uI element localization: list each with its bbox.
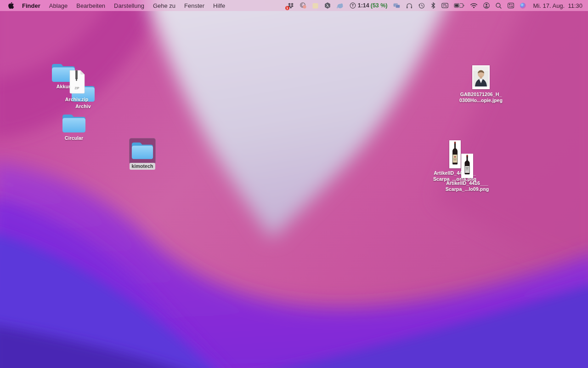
menu-fenster[interactable]: Fenster [184, 2, 204, 9]
menu-bar: Finder Ablage Bearbeiten Darstellung Geh… [0, 0, 588, 11]
bluetooth-icon[interactable] [430, 0, 436, 11]
menu-ablage[interactable]: Ablage [49, 2, 68, 9]
menu-gehe-zu[interactable]: Gehe zu [153, 2, 175, 9]
menu-bearbeiten[interactable]: Bearbeiten [76, 2, 105, 9]
screen-record-icon[interactable] [300, 0, 307, 11]
bottle-thumbnail [461, 154, 473, 178]
timer-icon [349, 2, 356, 9]
menu-finder[interactable]: Finder [22, 2, 40, 9]
file-label-line1: GAB20171206_H_ [459, 92, 503, 98]
account-icon[interactable] [483, 0, 490, 11]
control-center-icon[interactable] [507, 0, 514, 11]
desktop: Finder Ablage Bearbeiten Darstellung Geh… [0, 0, 588, 368]
desktop-icon-circular-folder[interactable]: Circular [58, 113, 90, 141]
menu-hilfe[interactable]: Hilfe [213, 2, 225, 9]
file-label: GAB20171206_H_ 0300Ho...opie.jpeg [459, 92, 503, 103]
wallpaper [0, 0, 588, 368]
menu-clock[interactable]: Mi. 17. Aug. 11:30 [533, 2, 582, 9]
menu-darstellung[interactable]: Darstellung [114, 2, 144, 9]
desktop-icon-kimotech-folder[interactable]: kimotech [129, 141, 156, 170]
battery-time-text: 1:14 [358, 2, 369, 9]
battery-timer-status[interactable]: 1:14 (53 %) [349, 0, 388, 11]
stickies-icon[interactable] [312, 0, 319, 11]
file-label: ArtikelID_4416___ Scarpa_...lo09.png [446, 180, 489, 192]
menu-bar-left: Finder Ablage Bearbeiten Darstellung Geh… [0, 2, 225, 9]
dropbox-badge: 1 [285, 6, 289, 10]
photo-thumbnail [472, 65, 490, 89]
desktop-icon-portrait-jpeg[interactable]: GAB20171206_H_ 0300Ho...opie.jpeg [463, 65, 499, 103]
input-menu-icon[interactable] [441, 0, 449, 11]
wifi-icon[interactable] [470, 0, 478, 11]
mamp-icon[interactable] [336, 0, 344, 11]
time-machine-icon[interactable] [418, 0, 425, 11]
file-label-line2: 0300Ho...opie.jpeg [459, 98, 503, 104]
folder-icon [131, 141, 153, 159]
battery-percent-text: (53 %) [371, 2, 388, 9]
siri-icon[interactable] [520, 0, 526, 11]
file-label: Archiv.zip [65, 97, 88, 103]
spotlight-icon[interactable] [495, 0, 502, 11]
file-label-selected: kimotech [130, 163, 156, 170]
folder-icon [62, 113, 86, 132]
file-label-line1: ArtikelID_4416___ [446, 180, 489, 186]
desktop-icon-bottle-png-2[interactable]: ArtikelID_4416___ Scarpa_...lo09.png [449, 154, 486, 192]
desktop-icon-archiv-zip[interactable]: ZIP Archiv.zip [60, 70, 94, 103]
zip-file-icon: ZIP [68, 70, 85, 94]
hexagon-app-icon[interactable] [324, 0, 331, 11]
file-label-line2: Scarpa_...lo09.png [446, 186, 489, 192]
apple-menu-icon[interactable] [8, 2, 14, 9]
dropbox-icon[interactable]: 1 [287, 0, 294, 11]
headphones-icon[interactable] [406, 0, 413, 11]
displays-icon[interactable] [393, 0, 401, 11]
svg-text:ZIP: ZIP [74, 86, 79, 90]
file-label: Circular [65, 135, 83, 141]
menu-bar-status: 1 [287, 0, 588, 11]
file-label: Archiv [75, 104, 90, 109]
battery-icon[interactable] [454, 0, 465, 11]
